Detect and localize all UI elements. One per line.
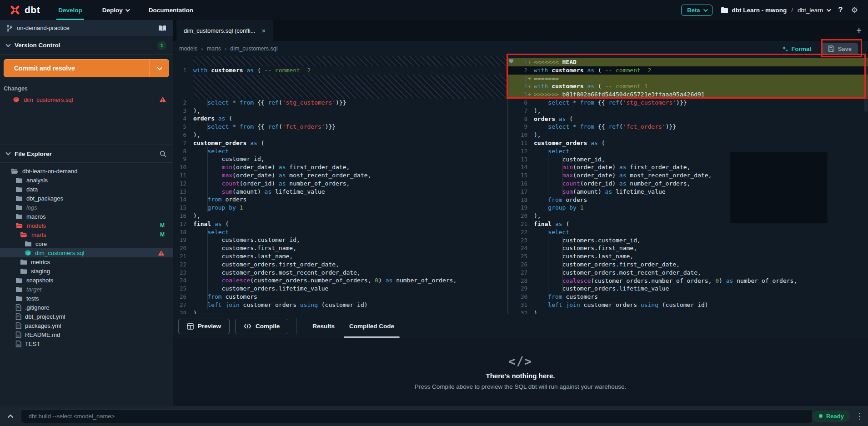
- tab-dim-customers[interactable]: dim_customers.sql (confli... ×: [176, 20, 273, 41]
- compile-button[interactable]: Compile: [235, 319, 288, 334]
- code-line[interactable]: 2 select * from {{ ref('stg_customers')}…: [173, 99, 507, 107]
- code-line[interactable]: 19 customers.customer_id,: [173, 236, 507, 244]
- git-branch-row[interactable]: on-demand-practice: [0, 20, 173, 36]
- code-line[interactable]: 31 left join customer_orders using (cust…: [508, 301, 868, 309]
- file-tree-item[interactable]: logs: [0, 203, 173, 212]
- code-line[interactable]: 11customer_orders as (: [508, 139, 868, 147]
- code-line[interactable]: 9 select * from {{ ref('fct_orders')}}: [508, 123, 868, 131]
- save-button[interactable]: Save: [822, 43, 858, 55]
- file-tree-item[interactable]: analysis: [0, 175, 173, 185]
- code-line[interactable]: 8 select: [173, 147, 507, 155]
- code-line[interactable]: 4orders as (: [173, 115, 507, 123]
- file-tree-item[interactable]: .gitignore: [0, 303, 173, 312]
- code-line[interactable]: 32): [508, 309, 868, 314]
- beta-dropdown-button[interactable]: Beta: [681, 5, 712, 16]
- code-line[interactable]: 25 customer_orders.lifetime_value: [173, 285, 507, 293]
- code-line[interactable]: 7customer_orders as (: [173, 139, 507, 147]
- commit-and-resolve-button[interactable]: Commit and resolve: [4, 59, 169, 77]
- code-line[interactable]: 17final as (: [173, 220, 507, 228]
- nav-deploy[interactable]: Deploy: [92, 0, 139, 20]
- code-line[interactable]: 6 select * from {{ ref('stg_customers')}…: [508, 99, 868, 107]
- code-line[interactable]: 24 coalesce(customer_orders.number_of_or…: [173, 276, 507, 285]
- code-line[interactable]: 18 select: [173, 228, 507, 236]
- code-line[interactable]: 22 select: [508, 228, 868, 236]
- code-line[interactable]: 8orders as (: [508, 115, 868, 123]
- code-line[interactable]: 28 coalesce(customer_orders.number_of_or…: [508, 277, 868, 285]
- file-tree-item[interactable]: target: [0, 285, 173, 294]
- editor-scrollbar[interactable]: [864, 57, 868, 112]
- file-tree-item[interactable]: TEST: [0, 339, 173, 348]
- code-line[interactable]: 3),: [173, 107, 507, 115]
- changed-file-row[interactable]: dim_customers.sql: [0, 95, 173, 105]
- code-line[interactable]: 4+with customers as ( -- comment 1: [508, 82, 868, 90]
- code-line[interactable]: 29 customer_orders.lifetime_value: [508, 285, 868, 293]
- file-tree-item[interactable]: core: [0, 239, 173, 248]
- preview-button[interactable]: Preview: [178, 319, 230, 334]
- tab-compiled-code[interactable]: Compiled Code: [342, 314, 401, 339]
- search-icon[interactable]: [160, 150, 166, 157]
- file-tree-item[interactable]: dbt-learn-on-demand: [0, 166, 173, 175]
- file-tree-item[interactable]: martsM: [0, 230, 173, 239]
- nav-documentation[interactable]: Documentation: [139, 0, 203, 20]
- code-line[interactable]: 10),: [508, 131, 868, 139]
- tab-close-icon[interactable]: ×: [262, 27, 266, 35]
- code-line[interactable]: 7),: [508, 107, 868, 115]
- code-line[interactable]: 3+=======: [508, 75, 868, 83]
- code-line[interactable]: 21 customers.last_name,: [173, 252, 507, 261]
- kebab-menu-icon[interactable]: ⋮: [856, 411, 863, 421]
- code-line[interactable]: 23 customer_orders.most_recent_order_dat…: [173, 269, 507, 277]
- code-line[interactable]: 11 max(order_date) as most_recent_order_…: [173, 171, 507, 180]
- file-tree-item[interactable]: README.md: [0, 330, 173, 339]
- file-explorer-header[interactable]: File Explorer: [0, 145, 173, 163]
- dbt-command-input[interactable]: [21, 409, 813, 423]
- code-line[interactable]: 15 group by 1: [173, 204, 507, 212]
- code-line[interactable]: 1+<<<<<<< HEAD: [508, 58, 868, 66]
- code-line[interactable]: 20 customers.first_name,: [173, 244, 507, 252]
- code-line[interactable]: 2 with customers as ( -- comment 2: [508, 66, 868, 75]
- commit-options-chevron[interactable]: [150, 60, 169, 77]
- project-selector[interactable]: dbt Learn - mwong / dbt_learn: [721, 7, 830, 14]
- settings-gear-icon[interactable]: ⚙: [851, 5, 858, 15]
- file-tree-item[interactable]: tests: [0, 294, 173, 303]
- code-line[interactable]: 5+>>>>>>> b81f802a66fd544504c65721e3ffaa…: [508, 90, 868, 99]
- code-line[interactable]: 14 from orders: [173, 195, 507, 204]
- code-line[interactable]: 12 count(order_id) as number_of_orders,: [173, 180, 507, 188]
- file-tree-item[interactable]: macros: [0, 212, 173, 221]
- file-tree-item[interactable]: snapshots: [0, 276, 173, 285]
- code-line[interactable]: 6),: [173, 131, 507, 139]
- breadcrumb-models[interactable]: models: [179, 45, 197, 52]
- file-tree-item[interactable]: dim_customers.sql: [0, 248, 173, 257]
- nav-develop[interactable]: Develop: [48, 0, 92, 20]
- code-line[interactable]: 27 customer_orders.most_recent_order_dat…: [508, 269, 868, 277]
- file-tree-item[interactable]: modelsM: [0, 221, 173, 230]
- code-line[interactable]: 5 select * from {{ ref('fct_orders')}}: [173, 123, 507, 131]
- code-line[interactable]: 22 customer_orders.first_order_date,: [173, 261, 507, 269]
- version-control-header[interactable]: Version Control 1: [0, 36, 173, 55]
- breadcrumb-file[interactable]: dim_customers.sql: [230, 45, 277, 52]
- help-icon[interactable]: ?: [838, 5, 843, 15]
- code-line[interactable]: 24 customers.first_name,: [508, 244, 868, 252]
- file-tree-item[interactable]: dbt_project.yml: [0, 312, 173, 321]
- file-tree-item[interactable]: packages.yml: [0, 321, 173, 330]
- collapse-panel-chevron-up-icon[interactable]: [0, 414, 21, 418]
- format-button[interactable]: Format: [782, 45, 812, 52]
- code-line[interactable]: 10 min(order_date) as first_order_date,: [173, 163, 507, 171]
- file-tree-item[interactable]: dbt_packages: [0, 194, 173, 203]
- dbt-logo[interactable]: dbt: [0, 4, 48, 16]
- code-line[interactable]: 1with customers as ( -- comment 2: [173, 66, 507, 75]
- file-tree-item[interactable]: staging: [0, 266, 173, 276]
- file-tree-item[interactable]: metrics: [0, 257, 173, 266]
- code-line[interactable]: 25 customers.last_name,: [508, 252, 868, 261]
- docs-book-icon[interactable]: [158, 25, 166, 31]
- breadcrumb-marts[interactable]: marts: [207, 45, 221, 52]
- editor-pane-current[interactable]: 1with customers as ( -- comment 22 selec…: [173, 56, 507, 314]
- code-line[interactable]: 26 from customers: [173, 293, 507, 301]
- code-line[interactable]: 9 customer_id,: [173, 155, 507, 163]
- code-line[interactable]: 30 from customers: [508, 293, 868, 301]
- tab-results[interactable]: Results: [305, 314, 342, 339]
- code-line[interactable]: 16),: [173, 212, 507, 220]
- new-tab-button[interactable]: +: [856, 25, 862, 36]
- code-line[interactable]: 26 customer_orders.first_order_date,: [508, 261, 868, 269]
- code-line[interactable]: 13 sum(amount) as lifetime_value: [173, 188, 507, 196]
- code-line[interactable]: 28): [173, 309, 507, 314]
